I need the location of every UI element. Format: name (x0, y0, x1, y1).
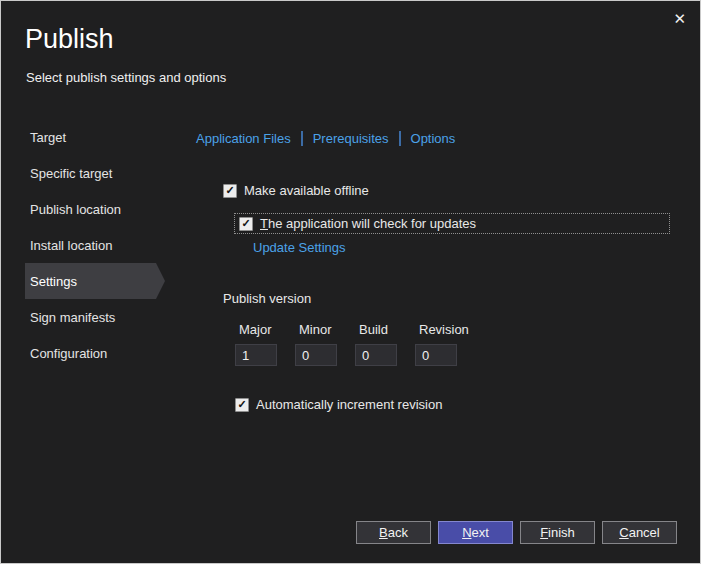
offline-checkbox-label[interactable]: Make available offline (244, 183, 369, 198)
sidebar-item-specific-target[interactable]: Specific target (25, 155, 165, 191)
dialog-subtitle: Select publish settings and options (26, 70, 226, 85)
sidebar-item-settings[interactable]: Settings (25, 263, 165, 299)
footer-button-bar: Back Next Finish Cancel (356, 521, 677, 544)
tab-bar: Application Files Prerequisites Options (196, 131, 455, 146)
sidebar-item-sign-manifests[interactable]: Sign manifests (25, 299, 165, 335)
settings-panel: Application Files Prerequisites Options … (196, 131, 670, 501)
check-icon: ✓ (225, 185, 234, 196)
publish-dialog: ✕ Publish Select publish settings and op… (0, 0, 701, 564)
sidebar: Target Specific target Publish location … (25, 119, 165, 371)
tab-separator (301, 131, 303, 146)
close-icon[interactable]: ✕ (673, 11, 686, 26)
major-input[interactable] (235, 344, 277, 366)
sidebar-item-target[interactable]: Target (25, 119, 165, 155)
finish-button[interactable]: Finish (520, 521, 595, 544)
back-button[interactable]: Back (356, 521, 431, 544)
tab-options[interactable]: Options (411, 131, 456, 146)
updates-checkbox-row: ✓ The application will check for updates (234, 213, 670, 234)
updates-checkbox[interactable]: ✓ (239, 217, 253, 231)
minor-label: Minor (299, 322, 332, 337)
dialog-title: Publish (25, 24, 114, 55)
check-icon: ✓ (237, 399, 246, 410)
revision-label: Revision (419, 322, 469, 337)
updates-checkbox-label[interactable]: The application will check for updates (260, 216, 476, 231)
revision-input[interactable] (415, 344, 457, 366)
major-label: Major (239, 322, 272, 337)
increment-checkbox-row: ✓ Automatically increment revision (235, 397, 442, 412)
check-icon: ✓ (241, 218, 250, 229)
publish-version-label: Publish version (223, 291, 311, 306)
update-settings-link[interactable]: Update Settings (253, 240, 346, 255)
build-label: Build (359, 322, 388, 337)
offline-checkbox[interactable]: ✓ (223, 184, 237, 198)
increment-checkbox-label[interactable]: Automatically increment revision (256, 397, 442, 412)
offline-checkbox-row: ✓ Make available offline (223, 183, 369, 198)
next-button[interactable]: Next (438, 521, 513, 544)
minor-input[interactable] (295, 344, 337, 366)
sidebar-item-publish-location[interactable]: Publish location (25, 191, 165, 227)
sidebar-item-configuration[interactable]: Configuration (25, 335, 165, 371)
tab-separator (399, 131, 401, 146)
increment-checkbox[interactable]: ✓ (235, 398, 249, 412)
sidebar-item-install-location[interactable]: Install location (25, 227, 165, 263)
build-input[interactable] (355, 344, 397, 366)
tab-prerequisites[interactable]: Prerequisites (313, 131, 389, 146)
tab-application-files[interactable]: Application Files (196, 131, 291, 146)
cancel-button[interactable]: Cancel (602, 521, 677, 544)
